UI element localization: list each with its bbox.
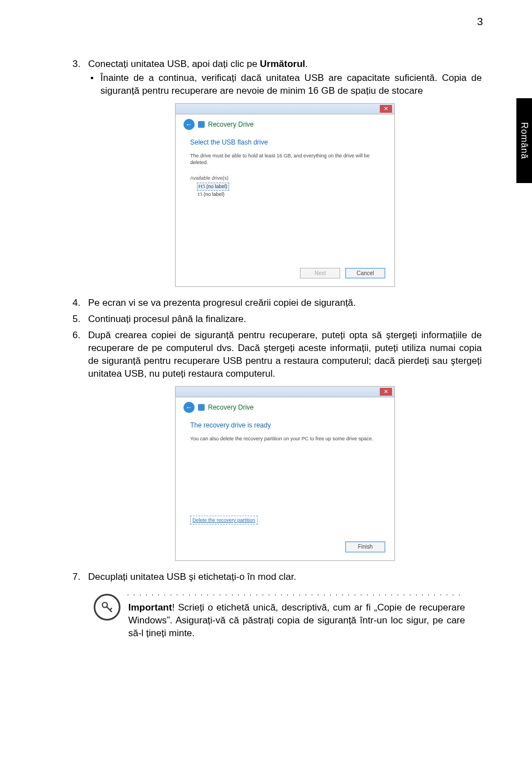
li3-post: . bbox=[305, 59, 308, 69]
back-icon[interactable]: ← bbox=[183, 119, 195, 130]
callout-text: Important! Scrieți o etichetă unică, des… bbox=[128, 602, 465, 640]
dialog1-topbar: ✕ bbox=[176, 104, 394, 114]
recovery-drive-icon bbox=[198, 121, 205, 128]
drive-item[interactable]: I:\ (no label) bbox=[197, 191, 380, 198]
list-item-5: Continuați procesul până la finalizare. bbox=[72, 313, 482, 326]
dialog1-step-title: Select the USB flash drive bbox=[190, 138, 380, 147]
dialog2-title: Recovery Drive bbox=[208, 403, 254, 412]
close-icon[interactable]: ✕ bbox=[380, 105, 392, 113]
main-content: Conectați unitatea USB, apoi dați clic p… bbox=[72, 58, 482, 640]
list-item-4: Pe ecran vi se va prezenta progresul cre… bbox=[72, 297, 482, 310]
recovery-drive-icon bbox=[198, 404, 205, 411]
language-tab: Română bbox=[516, 98, 532, 183]
dotted-separator bbox=[125, 594, 465, 596]
dialog2-note: You can also delete the recovery partiti… bbox=[190, 435, 380, 442]
delete-recovery-partition-link[interactable]: Delete the recovery partition bbox=[190, 516, 258, 525]
svg-line-2 bbox=[110, 608, 112, 610]
dialog2-topbar: ✕ bbox=[176, 387, 394, 397]
dialog1-title: Recovery Drive bbox=[208, 120, 254, 129]
dialog-select-usb: ✕ ← Recovery Drive Select the USB flash … bbox=[175, 103, 395, 287]
drive-item-selected[interactable]: H:\ (no label) bbox=[197, 182, 229, 190]
list-item-7: Decuplați unitatea USB şi etichetați-o î… bbox=[72, 571, 482, 584]
available-drives-label: Available drive(s) bbox=[190, 175, 380, 181]
cancel-button[interactable]: Cancel bbox=[345, 268, 385, 279]
finish-button[interactable]: Finish bbox=[345, 541, 385, 552]
callout-body: ! Scrieți o etichetă unică, descriptivă,… bbox=[128, 602, 465, 638]
lightbulb-key-icon bbox=[94, 594, 120, 621]
li6-text: După crearea copiei de siguranță pentru … bbox=[88, 330, 482, 379]
next-button[interactable]: Next bbox=[300, 268, 340, 279]
back-icon[interactable]: ← bbox=[183, 402, 195, 413]
dialog2-step-title: The recovery drive is ready bbox=[190, 421, 380, 430]
important-callout: Important! Scrieți o etichetă unică, des… bbox=[94, 594, 482, 640]
li3-bullet: Înainte de a continua, verificați dacă u… bbox=[100, 72, 482, 98]
li3-bold: Următorul bbox=[260, 59, 305, 69]
li3-pre: Conectați unitatea USB, apoi dați clic p… bbox=[88, 59, 260, 69]
list-item-6: După crearea copiei de siguranță pentru … bbox=[72, 329, 482, 561]
callout-bold: Important bbox=[128, 602, 172, 613]
dialog-recovery-ready: ✕ ← Recovery Drive The recovery drive is… bbox=[175, 386, 395, 561]
close-icon[interactable]: ✕ bbox=[380, 388, 392, 396]
page-number: 3 bbox=[477, 16, 483, 28]
list-item-3: Conectați unitatea USB, apoi dați clic p… bbox=[72, 58, 482, 287]
dialog1-note: The drive must be able to hold at least … bbox=[190, 152, 380, 166]
